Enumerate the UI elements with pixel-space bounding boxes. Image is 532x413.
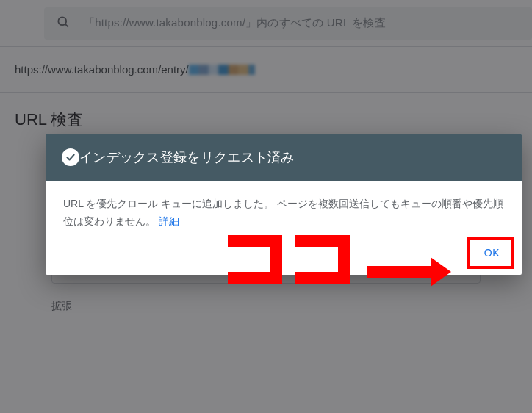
- dialog-body: URL を優先クロール キューに追加しました。 ページを複数回送信してもキューの…: [46, 181, 522, 235]
- details-link[interactable]: 詳細: [159, 215, 179, 227]
- modal-overlay: インデックス登録をリクエスト済み URL を優先クロール キューに追加しました。…: [0, 0, 532, 413]
- ok-button[interactable]: OK: [474, 241, 510, 265]
- indexing-requested-dialog: インデックス登録をリクエスト済み URL を優先クロール キューに追加しました。…: [46, 134, 522, 275]
- dialog-header: インデックス登録をリクエスト済み: [46, 134, 522, 181]
- check-circle-icon: [62, 148, 79, 166]
- dialog-actions: OK: [46, 235, 522, 275]
- dialog-title: インデックス登録をリクエスト済み: [79, 148, 295, 166]
- dialog-body-text: URL を優先クロール キューに追加しました。 ページを複数回送信してもキューの…: [63, 198, 503, 227]
